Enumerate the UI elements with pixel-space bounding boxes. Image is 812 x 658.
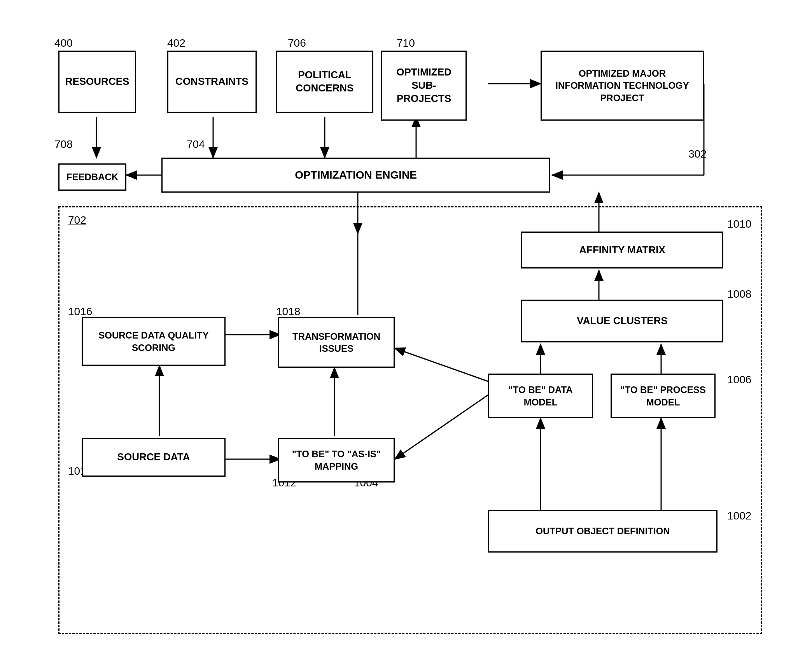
ref-710: 710 xyxy=(397,37,415,49)
ref-400: 400 xyxy=(54,37,73,49)
optimized-mit-project-box: OPTIMIZED MAJOR INFORMATION TECHNOLOGY P… xyxy=(541,51,704,121)
ref-1006: 1006 xyxy=(727,374,751,386)
source-data-quality-box: SOURCE DATA QUALITY SCORING xyxy=(82,317,226,366)
to-be-as-is-mapping-box: "TO BE" TO "AS-IS" MAPPING xyxy=(278,438,395,483)
ref-402: 402 xyxy=(167,37,186,49)
ref-706: 706 xyxy=(288,37,306,49)
ref-1016: 1016 xyxy=(68,305,92,318)
ref-302: 302 xyxy=(688,148,707,160)
political-concerns-box: POLITICAL CONCERNS xyxy=(276,51,373,113)
diagram-container: 400 402 706 710 302 RESOURCES CONSTRAINT… xyxy=(23,16,793,646)
dashed-container xyxy=(58,206,762,634)
output-object-definition-box: OUTPUT OBJECT DEFINITION xyxy=(488,510,718,553)
affinity-matrix-box: AFFINITY MATRIX xyxy=(521,232,723,268)
transformation-issues-box: TRANSFORMATION ISSUES xyxy=(278,317,395,368)
optimization-engine-box: OPTIMIZATION ENGINE xyxy=(161,158,550,193)
to-be-process-model-box: "TO BE" PROCESS MODEL xyxy=(611,374,716,418)
ref-702: 702 xyxy=(68,214,86,226)
value-clusters-box: VALUE CLUSTERS xyxy=(521,300,723,342)
optimized-subprojects-box: OPTIMIZED SUB-PROJECTS xyxy=(381,51,467,121)
to-be-data-model-box: "TO BE" DATA MODEL xyxy=(488,374,593,418)
ref-708: 708 xyxy=(54,138,73,151)
feedback-box: FEEDBACK xyxy=(58,163,126,191)
source-data-box: SOURCE DATA xyxy=(82,438,226,477)
ref-1002: 1002 xyxy=(727,510,751,522)
constraints-box: CONSTRAINTS xyxy=(167,51,257,113)
ref-1008: 1008 xyxy=(727,288,751,300)
resources-box: RESOURCES xyxy=(58,51,136,113)
ref-704: 704 xyxy=(187,138,205,151)
ref-1018: 1018 xyxy=(276,305,300,318)
ref-1010: 1010 xyxy=(727,218,751,230)
